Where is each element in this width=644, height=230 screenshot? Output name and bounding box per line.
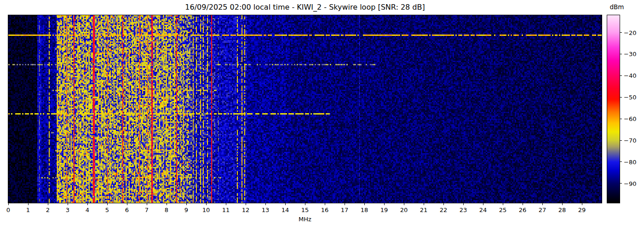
colorbar-tick-label: −30 (624, 51, 642, 58)
colorbar-tick-mark (620, 75, 622, 76)
colorbar-unit-label: dBm (603, 3, 631, 11)
x-tick-mark (285, 203, 286, 205)
x-tick-mark (345, 203, 345, 205)
x-tick-mark (523, 203, 523, 205)
x-tick-mark (542, 203, 543, 205)
x-tick-mark (582, 203, 582, 205)
colorbar (607, 15, 620, 203)
colorbar-tick-label: −80 (624, 159, 642, 166)
colorbar-tick-label: −40 (624, 72, 642, 79)
x-tick-label: 7 (139, 207, 155, 213)
x-tick-mark (384, 203, 385, 205)
x-tick-label: 1 (20, 207, 36, 213)
x-tick-mark (147, 203, 147, 205)
x-tick-mark (206, 203, 207, 205)
x-tick-label: 14 (277, 207, 293, 213)
spectrogram-canvas (8, 15, 602, 203)
x-tick-mark (463, 203, 464, 205)
colorbar-tick-mark (620, 32, 622, 33)
x-tick-mark (424, 203, 424, 205)
x-tick-label: 3 (60, 207, 75, 213)
x-tick-label: 9 (178, 207, 194, 213)
x-tick-mark (364, 203, 365, 205)
x-tick-label: 21 (416, 207, 431, 213)
x-tick-label: 28 (554, 207, 570, 213)
colorbar-tick-label: −20 (624, 29, 642, 36)
spectrogram-plot-area (8, 15, 602, 203)
colorbar-tick-label: −60 (624, 115, 642, 122)
x-tick-label: 27 (535, 207, 550, 213)
x-tick-mark (443, 203, 444, 205)
x-tick-label: 29 (574, 207, 590, 213)
colorbar-tick-mark (620, 54, 622, 54)
x-tick-mark (107, 203, 108, 205)
x-tick-mark (265, 203, 266, 205)
x-tick-mark (325, 203, 325, 205)
x-tick-mark (8, 203, 9, 205)
x-tick-label: 4 (80, 207, 95, 213)
x-tick-label: 2 (40, 207, 56, 213)
x-tick-mark (503, 203, 503, 205)
x-tick-mark (483, 203, 483, 205)
spectrogram-figure: 16/09/2025 02:00 local time - KIWI_2 - S… (0, 0, 644, 230)
x-tick-label: 16 (317, 207, 333, 213)
x-tick-label: 10 (198, 207, 214, 213)
x-tick-label: 18 (356, 207, 372, 213)
x-tick-label: 22 (436, 207, 451, 213)
colorbar-tick-mark (620, 183, 622, 184)
x-tick-mark (167, 203, 167, 205)
x-tick-mark (28, 203, 29, 205)
x-tick-label: 15 (297, 207, 313, 213)
x-tick-label: 6 (119, 207, 135, 213)
x-axis-label: MHz (8, 216, 602, 223)
x-tick-label: 26 (515, 207, 530, 213)
x-tick-label: 12 (238, 207, 253, 213)
x-tick-label: 13 (258, 207, 273, 213)
colorbar-tick-mark (620, 119, 622, 119)
colorbar-tick-mark (620, 161, 622, 162)
colorbar-tick-mark (620, 140, 622, 141)
x-tick-mark (404, 203, 404, 205)
x-tick-mark (305, 203, 305, 205)
x-tick-label: 17 (337, 207, 352, 213)
x-tick-mark (68, 203, 68, 205)
x-tick-label: 0 (0, 207, 16, 213)
x-tick-label: 8 (159, 207, 174, 213)
x-tick-mark (186, 203, 187, 205)
x-tick-mark (246, 203, 246, 205)
chart-title: 16/09/2025 02:00 local time - KIWI_2 - S… (8, 3, 602, 12)
x-tick-mark (48, 203, 48, 205)
x-tick-mark (562, 203, 563, 205)
colorbar-tick-label: −70 (624, 137, 642, 144)
x-tick-label: 23 (455, 207, 471, 213)
x-tick-label: 11 (218, 207, 234, 213)
x-tick-mark (127, 203, 127, 205)
x-tick-label: 19 (376, 207, 392, 213)
colorbar-tick-mark (620, 97, 622, 98)
x-tick-label: 25 (495, 207, 511, 213)
colorbar-tick-label: −90 (624, 180, 642, 187)
x-tick-mark (226, 203, 226, 205)
x-tick-label: 24 (475, 207, 491, 213)
x-tick-label: 5 (99, 207, 115, 213)
colorbar-tick-label: −50 (624, 94, 642, 101)
x-tick-mark (87, 203, 88, 205)
x-tick-label: 20 (396, 207, 412, 213)
colorbar-gradient (607, 15, 620, 203)
